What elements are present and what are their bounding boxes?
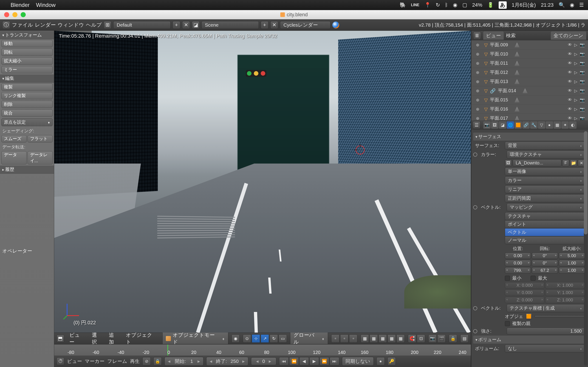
mapping-type-point[interactable]: ポイント xyxy=(505,220,585,228)
volume-panel-header[interactable]: ボリューム xyxy=(473,336,585,344)
image-name-field[interactable]: LA_Downto... xyxy=(513,159,561,167)
outliner-tab-search[interactable]: 検索 xyxy=(506,32,516,39)
world-tab-icon[interactable]: 🌐 xyxy=(507,121,514,129)
surface-panel-header[interactable]: サーフェス xyxy=(473,133,585,141)
scene-dropdown[interactable]: Scene xyxy=(201,21,259,29)
shade-smooth-button[interactable]: スムーズ xyxy=(1,135,27,142)
autokey-toggle-icon[interactable]: ● xyxy=(376,357,385,365)
start-frame-input[interactable]: 開始:1 xyxy=(164,357,204,366)
mapping-type-vector[interactable]: ベクトル xyxy=(505,228,585,236)
particles-tab-icon[interactable]: ✶ xyxy=(561,121,569,129)
window-close-button[interactable] xyxy=(4,12,9,17)
tl-menu-marker[interactable]: マーカー xyxy=(85,358,104,365)
wifi-icon[interactable]: ◉ xyxy=(453,2,457,8)
layers-group-3[interactable]: ▦ xyxy=(379,334,387,343)
play-reverse-icon[interactable]: ◀ xyxy=(299,357,309,365)
scene-browse-icon[interactable]: ◪ xyxy=(192,21,199,29)
layers-group-4[interactable]: ▦ xyxy=(388,334,396,343)
menu-render[interactable]: レンダー xyxy=(35,22,56,28)
layout-remove-button[interactable]: ✕ xyxy=(182,21,190,29)
interpolation-dropdown[interactable]: リニア xyxy=(505,185,585,193)
color-space-dropdown[interactable]: カラー xyxy=(505,176,585,184)
texture-tab-icon[interactable]: ▦ xyxy=(553,121,561,129)
duplicate-button[interactable]: 複製 xyxy=(1,83,52,91)
end-frame-input[interactable]: 終了:250 xyxy=(206,357,248,366)
scene-remove-button[interactable]: ✕ xyxy=(270,21,278,29)
rot-z-input[interactable]: 67.2 xyxy=(532,267,558,274)
outliner-editor-type-icon[interactable]: ≣ xyxy=(473,32,481,40)
object-tab-icon[interactable]: 🟧 xyxy=(515,121,522,129)
scale-manipulator-icon[interactable]: ▭ xyxy=(279,334,287,343)
translate-manipulator-icon[interactable]: ↗ xyxy=(261,334,269,343)
projection-dropdown[interactable]: 正距円筒図 xyxy=(505,194,585,202)
keyingset-icon[interactable]: 🔑 xyxy=(388,357,396,365)
rotate-manipulator-icon[interactable]: ↻ xyxy=(270,334,278,343)
siri-icon[interactable]: ◉ xyxy=(570,2,574,8)
scl-x-input[interactable]: 5.00 xyxy=(559,252,585,259)
info-editor-type-icon[interactable]: ⓘ xyxy=(2,21,10,29)
opengl-render-icon[interactable]: 📷 xyxy=(428,334,437,343)
texcoord-dropdown[interactable]: テクスチャ座標 | 生成 xyxy=(507,304,585,312)
rotate-button[interactable]: 回転 xyxy=(1,49,52,56)
jump-start-icon[interactable]: ⏮ xyxy=(279,357,289,365)
properties-editor-type-icon[interactable]: ☰ xyxy=(473,121,481,129)
bluetooth-icon[interactable]: ᛒ xyxy=(445,2,448,8)
sync-mode-dropdown[interactable]: 同期しない xyxy=(342,357,374,366)
data-transfer-button[interactable]: データ xyxy=(1,151,27,165)
current-frame-input[interactable]: 0 xyxy=(251,357,276,365)
image-source-dropdown[interactable]: 単一画像 xyxy=(505,167,585,175)
scene-tab-icon[interactable]: ◪ xyxy=(499,121,506,129)
snap-element-icon[interactable]: ⊡ xyxy=(417,334,425,343)
manipulator-toggle-icon[interactable]: ⊹ xyxy=(252,334,260,343)
layers-group-2[interactable]: ▦ xyxy=(370,334,378,343)
mapping-type-normal[interactable]: ノーマル xyxy=(505,236,585,244)
data-tab-icon[interactable]: ▽ xyxy=(538,121,545,129)
use-max-checkbox[interactable] xyxy=(531,276,536,281)
scl-z-input[interactable]: 1.00 xyxy=(559,267,585,274)
move-button[interactable]: 移動 xyxy=(1,40,52,47)
surface-shader-dropdown[interactable]: 背景 xyxy=(505,142,585,150)
keyframe-next-icon[interactable]: ⏩ xyxy=(320,357,329,365)
menu-window[interactable]: Window xyxy=(36,2,56,8)
menubar-time[interactable]: 21:23 xyxy=(541,2,553,8)
render-tab-icon[interactable]: 📷 xyxy=(483,121,491,129)
menubar-date[interactable]: 1月6日(金) xyxy=(512,2,536,8)
renderlayers-tab-icon[interactable]: 🖼 xyxy=(491,121,498,129)
delete-button[interactable]: 削除 xyxy=(1,101,52,108)
set-origin-dropdown[interactable]: 原点を設定⬧ xyxy=(1,118,52,126)
keyframe-prev-icon[interactable]: ⏪ xyxy=(289,357,299,365)
vp-menu-select[interactable]: 選択 xyxy=(90,332,104,345)
spotlight-icon[interactable]: 🔍 xyxy=(559,2,565,8)
rot-x-input[interactable]: 0° xyxy=(532,252,558,259)
data-layout-button[interactable]: データレイ... xyxy=(27,151,53,165)
vp-menu-object[interactable]: オブジェクト xyxy=(124,332,159,345)
viewport-shading-icon[interactable]: ◉ xyxy=(232,334,240,343)
tl-menu-frame[interactable]: フレーム xyxy=(107,358,127,365)
opengl-anim-icon[interactable]: 🎬 xyxy=(437,334,446,343)
timeline-editor-type-icon[interactable]: ⏱ xyxy=(57,357,64,365)
outliner-tree[interactable]: ▽平面.009👁▷📷 ▽平面.010👁▷📷 ▽平面.011👁▷📷 ▽平面.012… xyxy=(471,40,588,120)
color-input-dropdown[interactable]: 環境テクスチャ xyxy=(507,150,585,158)
loc-x-input[interactable]: 0.00 xyxy=(505,252,531,259)
notification-center-icon[interactable]: ☰ xyxy=(579,2,584,8)
use-min-checkbox[interactable] xyxy=(505,276,510,281)
transform-section-header[interactable]: トランスフォーム xyxy=(0,31,54,39)
layer-button-3[interactable]: ▫ xyxy=(349,334,357,343)
timemachine-icon[interactable]: ↻ xyxy=(436,2,440,8)
vp-menu-add[interactable]: 追加 xyxy=(107,332,121,345)
lock-camera-icon[interactable]: 🔒 xyxy=(449,334,457,343)
timeline-ruler[interactable]: -80 -60 -40 -20 0 20 40 60 80 100 120 14… xyxy=(54,344,471,356)
outliner-display-mode[interactable]: 全てのシーン xyxy=(551,31,586,40)
layers-group-5[interactable]: ▦ xyxy=(397,334,405,343)
history-section-header[interactable]: 履歴 xyxy=(0,165,54,174)
layers-group-1[interactable]: ▦ xyxy=(361,334,369,343)
properties-scrollbar[interactable] xyxy=(584,131,588,366)
layer-button-2[interactable]: ▫ xyxy=(340,334,348,343)
screen-layout-dropdown[interactable]: Default xyxy=(113,21,171,29)
vector-socket-icon[interactable] xyxy=(473,205,477,209)
layer-button-1[interactable]: ▫ xyxy=(331,334,339,343)
toggle-panels-icon[interactable]: ▤ xyxy=(460,334,468,343)
line-icon[interactable]: LINE xyxy=(411,3,419,7)
battery-percent[interactable]: 24% xyxy=(472,2,482,8)
range-toggle-icon[interactable]: ⊘ xyxy=(142,357,151,365)
